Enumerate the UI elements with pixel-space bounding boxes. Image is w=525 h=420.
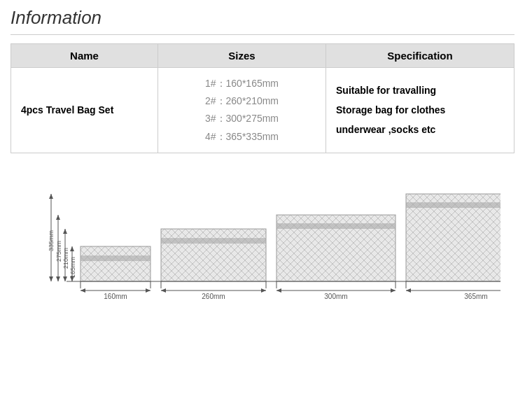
col-name: Name (11, 44, 158, 68)
page-title: Information (10, 7, 514, 35)
spec-3: underwear ,socks etc (336, 124, 435, 135)
arrow-bot-3 (56, 276, 60, 281)
width-arrow-l2 (161, 288, 166, 293)
width-arrow-l4 (406, 288, 411, 293)
bag-2-stripe (161, 238, 266, 244)
width-arrow-r2 (261, 288, 266, 293)
spec-2: Storage bag for clothes (336, 104, 445, 115)
width-arrow-r3 (391, 288, 396, 293)
col-spec: Specification (326, 44, 514, 68)
spec-1: Suitable for travalling (336, 85, 436, 96)
bag-2 (161, 229, 266, 281)
label-height-3: 275mm (55, 241, 62, 262)
label-width-4: 365mm (464, 293, 487, 300)
bag-4-stripe (406, 202, 500, 208)
label-height-2: 210mm (62, 248, 69, 269)
col-sizes: Sizes (158, 44, 326, 68)
bag-1 (80, 246, 150, 281)
bag-3-stripe (276, 223, 396, 229)
label-height-1: 165mm (69, 257, 76, 278)
width-arrow-l3 (276, 288, 281, 293)
width-arrow-l1 (80, 288, 85, 293)
arrow-top-2 (63, 229, 67, 234)
label-width-3: 300mm (324, 293, 347, 300)
bag-1-stripe (80, 255, 150, 261)
table-row: 4pcs Travel Bag Set 1#：160*165mm 2#：260*… (11, 68, 514, 153)
size-1: 1#：160*165mm (205, 78, 279, 89)
cell-name: 4pcs Travel Bag Set (11, 68, 158, 153)
size-4: 4#：365*335mm (205, 131, 279, 142)
label-width-2: 260mm (202, 293, 225, 300)
size-2: 2#：260*210mm (205, 95, 279, 106)
cell-sizes: 1#：160*165mm 2#：260*210mm 3#：300*275mm 4… (158, 68, 326, 153)
info-table: Name Sizes Specification 4pcs Travel Bag… (10, 43, 514, 153)
arrow-top-4 (49, 194, 53, 199)
label-height-4: 335mm (48, 230, 55, 251)
width-arrow-r1 (146, 288, 150, 293)
label-width-1: 160mm (104, 293, 127, 300)
arrow-bot-2 (63, 276, 67, 281)
arrow-top-3 (56, 215, 60, 220)
page: Information Name Sizes Specification 4pc… (0, 0, 525, 420)
diagram-container: 165mm 210mm 275mm 335mm 160mm 260mm 300m… (10, 166, 514, 334)
size-3: 3#：300*275mm (205, 113, 279, 124)
diagram-svg: 165mm 210mm 275mm 335mm 160mm 260mm 300m… (24, 173, 500, 334)
arrow-bot-4 (49, 276, 53, 281)
cell-spec: Suitable for travalling Storage bag for … (326, 68, 514, 153)
arrow-top-1 (70, 246, 74, 251)
